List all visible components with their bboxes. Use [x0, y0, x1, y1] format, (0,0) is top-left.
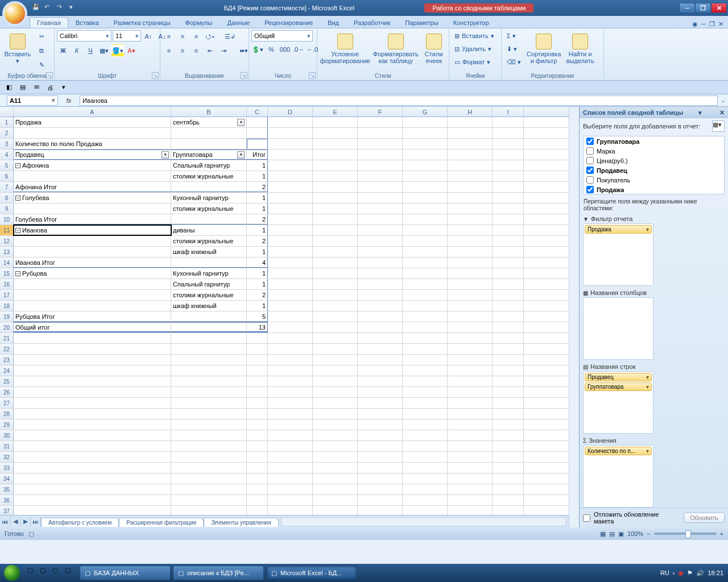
cell-B27[interactable] — [171, 398, 247, 408]
cell-A35[interactable] — [14, 484, 171, 494]
cell-A29[interactable] — [14, 419, 171, 430]
start-button[interactable] — [0, 564, 24, 582]
cell-A6[interactable] — [14, 171, 171, 181]
cell-B30[interactable] — [171, 430, 247, 440]
sheet-tab[interactable]: Расширенная фильтрация — [119, 518, 204, 527]
row-header[interactable]: 19 — [0, 311, 14, 322]
cell-F13[interactable] — [358, 247, 403, 257]
cell-E31[interactable] — [313, 441, 358, 451]
cell-A5[interactable]: −Афонина — [14, 160, 171, 171]
cell-D15[interactable] — [268, 268, 313, 278]
field-checkbox[interactable] — [586, 167, 594, 174]
cell-C33[interactable] — [247, 463, 268, 473]
cell-I21[interactable] — [493, 333, 524, 343]
percent-icon[interactable]: % — [265, 43, 278, 56]
ribbon-tab-Рецензирование[interactable]: Рецензирование — [257, 17, 320, 28]
underline-button[interactable]: Ч — [84, 44, 97, 57]
cell-A31[interactable] — [14, 441, 171, 451]
cell-F24[interactable] — [358, 365, 403, 376]
cell-C3[interactable] — [247, 139, 268, 149]
ql-icon-3[interactable]: ▢ — [52, 567, 64, 579]
cell-G5[interactable] — [403, 160, 448, 171]
cell-B34[interactable] — [171, 473, 247, 484]
row-header[interactable]: 5 — [0, 160, 14, 171]
pivot-pane-close[interactable]: ✕ — [719, 109, 725, 117]
cell-D26[interactable] — [268, 387, 313, 397]
cell-B20[interactable] — [171, 322, 247, 332]
cell-I6[interactable] — [493, 171, 524, 181]
cell-D35[interactable] — [268, 484, 313, 494]
ribbon-tab-Разметка страницы[interactable]: Разметка страницы — [106, 17, 178, 28]
align-launcher[interactable]: ↘ — [241, 72, 247, 79]
filter-dropdown-icon[interactable]: ▾ — [162, 151, 169, 159]
row-header[interactable]: 27 — [0, 398, 14, 408]
cell-D5[interactable] — [268, 160, 313, 171]
cell-B36[interactable] — [171, 495, 247, 505]
cell-C7[interactable]: 2 — [247, 182, 268, 192]
row-header[interactable]: 7 — [0, 182, 14, 192]
cell-grid[interactable]: 1Продажасентябрь▾23Количество по полю Пр… — [0, 117, 569, 515]
zone-filter[interactable]: Продажа — [583, 223, 653, 286]
cell-G13[interactable] — [403, 247, 448, 257]
cell-H4[interactable] — [448, 149, 493, 160]
cell-C10[interactable]: 2 — [247, 214, 268, 225]
cell-B35[interactable] — [171, 484, 247, 494]
cell-G16[interactable] — [403, 279, 448, 289]
cell-E9[interactable] — [313, 203, 358, 214]
col-header-F[interactable]: F — [358, 107, 403, 117]
cell-I30[interactable] — [493, 430, 524, 440]
cell-A14[interactable]: Иванова Итог — [14, 257, 171, 268]
cell-I1[interactable] — [493, 117, 524, 127]
row-header[interactable]: 31 — [0, 441, 14, 451]
indent-inc-icon[interactable]: ⇥ — [217, 44, 230, 57]
cell-E20[interactable] — [313, 322, 358, 332]
doc-restore-icon[interactable]: ❐ — [709, 20, 715, 28]
cell-H1[interactable] — [448, 117, 493, 127]
cell-H36[interactable] — [448, 495, 493, 505]
cell-H5[interactable] — [448, 160, 493, 171]
collapse-icon[interactable]: − — [15, 196, 20, 201]
cell-C14[interactable]: 4 — [247, 257, 268, 268]
cell-I13[interactable] — [493, 247, 524, 257]
cell-H3[interactable] — [448, 139, 493, 149]
cell-E29[interactable] — [313, 419, 358, 430]
expand-formula-bar[interactable]: ⌄ — [718, 97, 728, 104]
cell-E10[interactable] — [313, 214, 358, 225]
cell-I14[interactable] — [493, 257, 524, 268]
maximize-button[interactable]: ❐ — [695, 3, 711, 13]
cell-C27[interactable] — [247, 398, 268, 408]
cell-D33[interactable] — [268, 463, 313, 473]
zone-tag[interactable]: Продажа — [585, 225, 652, 234]
cell-F22[interactable] — [358, 344, 403, 354]
cell-D19[interactable] — [268, 311, 313, 322]
cell-G25[interactable] — [403, 376, 448, 386]
field-label[interactable]: Покупатель — [597, 177, 630, 184]
cell-I19[interactable] — [493, 311, 524, 322]
cell-C28[interactable] — [247, 409, 268, 419]
cell-G37[interactable] — [403, 506, 448, 515]
cell-C21[interactable] — [247, 333, 268, 343]
cell-E27[interactable] — [313, 398, 358, 408]
cell-B28[interactable] — [171, 409, 247, 419]
cell-H22[interactable] — [448, 344, 493, 354]
cell-F8[interactable] — [358, 193, 403, 203]
cell-A36[interactable] — [14, 495, 171, 505]
cell-F25[interactable] — [358, 376, 403, 386]
cell-A17[interactable] — [14, 290, 171, 300]
ql-icon-1[interactable]: ▢ — [27, 567, 39, 579]
cell-A25[interactable] — [14, 376, 171, 386]
cell-A30[interactable] — [14, 430, 171, 440]
cell-A16[interactable] — [14, 279, 171, 289]
name-box[interactable]: A11 — [7, 95, 58, 106]
cell-A12[interactable] — [14, 236, 171, 246]
zone-tag[interactable]: Группатовара — [585, 383, 652, 391]
cell-C4[interactable]: Итог — [247, 149, 268, 160]
cell-G14[interactable] — [403, 257, 448, 268]
cell-B18[interactable]: шкаф книжный — [171, 301, 247, 311]
ribbon-tab-Формулы[interactable]: Формулы — [178, 17, 220, 28]
cell-G29[interactable] — [403, 419, 448, 430]
cell-E15[interactable] — [313, 268, 358, 278]
cell-B33[interactable] — [171, 463, 247, 473]
cell-B19[interactable] — [171, 311, 247, 322]
cell-A4[interactable]: Продавец▾ — [14, 149, 171, 160]
